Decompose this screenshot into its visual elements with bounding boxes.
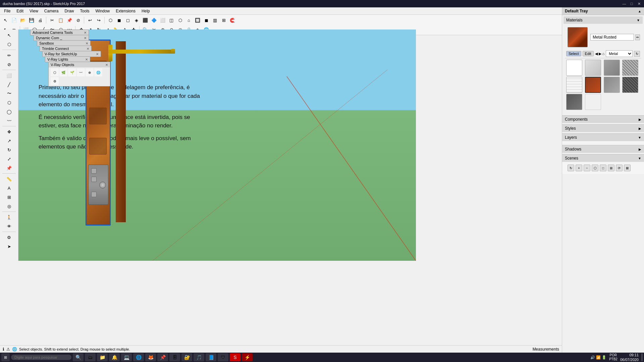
- taskbar-explorer[interactable]: 📁: [97, 353, 108, 361]
- taskbar-app-8[interactable]: 🛡: [218, 353, 228, 361]
- tb-3d4[interactable]: ◈: [132, 16, 141, 24]
- menu-tools[interactable]: Tools: [77, 8, 92, 14]
- taskbar-start[interactable]: ⊞: [1, 353, 10, 361]
- tb-undo[interactable]: ↩: [86, 16, 94, 24]
- taskbar-app-4[interactable]: 🗄: [169, 353, 180, 361]
- panel-vray-objects-close[interactable]: ✕: [105, 63, 108, 67]
- minimize-button[interactable]: —: [622, 1, 627, 6]
- sidebar-push[interactable]: ↗: [5, 136, 13, 145]
- tb-3d11[interactable]: 🔲: [194, 16, 202, 24]
- panel-trimble-close[interactable]: ✕: [87, 47, 89, 51]
- taskbar-app-10[interactable]: ⚡: [242, 353, 253, 361]
- tb-3d2[interactable]: ◼: [115, 16, 123, 24]
- panel-dyncom-close[interactable]: ✕: [84, 36, 87, 40]
- mat-arrow-right[interactable]: ▶: [599, 52, 601, 56]
- scenes-icon5[interactable]: ⊠: [624, 165, 631, 171]
- sidebar-select[interactable]: ↖: [5, 31, 13, 40]
- vray-obj-btn-7[interactable]: ⚙: [51, 77, 59, 85]
- sidebar-walk[interactable]: 🚶: [5, 213, 13, 222]
- tb-3d7[interactable]: ⬜: [159, 16, 167, 24]
- tb-3d6[interactable]: 🔷: [150, 16, 158, 24]
- vray-obj-btn-5[interactable]: ⊕: [86, 68, 94, 76]
- tb-3d14[interactable]: ⊞: [220, 16, 228, 24]
- mat-swatch-1[interactable]: [585, 60, 601, 76]
- taskbar-app-3[interactable]: 📌: [157, 353, 168, 361]
- maximize-button[interactable]: □: [629, 1, 634, 6]
- tb-redo[interactable]: ↪: [95, 16, 103, 24]
- vray-obj-btn-1[interactable]: ⬡: [51, 68, 59, 76]
- taskbar-firefox[interactable]: 🦊: [145, 353, 156, 361]
- panel-vray-objects-title[interactable]: V-Ray Objects ✕: [49, 62, 110, 67]
- mat-swatch-6[interactable]: [604, 77, 620, 93]
- tb-3d13[interactable]: ▥: [211, 16, 219, 24]
- tb-3d9[interactable]: ⬡: [176, 16, 184, 24]
- tb-3d15[interactable]: 🧲: [228, 16, 236, 24]
- mat-arrow-left[interactable]: ◀: [595, 52, 598, 56]
- menu-draw[interactable]: Draw: [62, 8, 77, 14]
- taskbar-app-6[interactable]: 🎵: [194, 353, 204, 361]
- sidebar-freehand[interactable]: 〰: [5, 116, 13, 125]
- scenes-icon2[interactable]: □: [600, 165, 606, 171]
- panel-vray-title[interactable]: V-Ray for SketchUp ✕: [43, 51, 101, 57]
- sidebar-lookaround[interactable]: 👁: [5, 222, 13, 231]
- panel-trimble-title[interactable]: Trimble Connect ✕: [40, 46, 91, 51]
- sidebar-rotate[interactable]: ↻: [5, 145, 13, 154]
- mat-swatch-7[interactable]: [622, 77, 638, 93]
- styles-header[interactable]: Styles ▶: [562, 125, 644, 132]
- menu-extensions[interactable]: Extensions: [113, 8, 138, 14]
- taskbar-app-2[interactable]: 💻: [121, 353, 132, 361]
- taskbar-app-9[interactable]: S: [230, 353, 240, 361]
- scenes-icon3[interactable]: ⊞: [608, 165, 614, 171]
- tb-print[interactable]: 🖨: [36, 16, 44, 24]
- mat-swatch-2[interactable]: [604, 60, 620, 76]
- mat-category-dropdown[interactable]: Metal Wood Concrete: [606, 50, 633, 57]
- tb-3d1[interactable]: ⬡: [106, 16, 114, 24]
- menu-window[interactable]: Window: [93, 8, 113, 14]
- scenes-add[interactable]: +: [576, 165, 582, 171]
- mat-swatch-8[interactable]: [566, 94, 582, 110]
- menu-view[interactable]: View: [27, 8, 41, 14]
- scenes-icon1[interactable]: ⬡: [592, 165, 598, 171]
- tb-copy[interactable]: 📋: [57, 16, 65, 24]
- sidebar-rect[interactable]: ⬜: [5, 71, 13, 80]
- sidebar-erase[interactable]: ⊘: [5, 60, 13, 69]
- tb-cut[interactable]: ✂: [48, 16, 56, 24]
- shadows-header[interactable]: Shadows ▶: [562, 145, 644, 153]
- sidebar-follow[interactable]: 📌: [5, 164, 13, 172]
- panel-act-close[interactable]: ✕: [84, 31, 87, 35]
- tb-3d3[interactable]: ◻: [124, 16, 132, 24]
- taskbar-app-5[interactable]: 🔐: [181, 353, 192, 361]
- tb-select[interactable]: ↖: [1, 16, 9, 24]
- taskbar-search-btn[interactable]: 🔍: [73, 353, 84, 361]
- menu-file[interactable]: File: [1, 8, 13, 14]
- sidebar-move[interactable]: ✥: [5, 127, 13, 136]
- mat-swatch-4[interactable]: [566, 77, 582, 93]
- taskbar-edge[interactable]: 🌐: [133, 353, 144, 361]
- mat-edit-btn2[interactable]: Edit: [583, 51, 594, 56]
- mat-home[interactable]: ⌂: [602, 52, 605, 56]
- vray-obj-btn-3[interactable]: 🌱: [68, 68, 76, 76]
- tb-save[interactable]: 💾: [28, 16, 36, 24]
- panel-act-title[interactable]: Advanced Camera Tools ✕: [31, 30, 89, 35]
- sidebar-text[interactable]: A: [5, 184, 13, 192]
- panel-sandbox-title[interactable]: Sandbox ✕: [37, 41, 90, 46]
- tb-3d5[interactable]: ⬛: [141, 16, 149, 24]
- mat-select-btn[interactable]: Select: [566, 51, 581, 56]
- tb-open[interactable]: 📂: [19, 16, 27, 24]
- sidebar-dim[interactable]: ⊞: [5, 193, 13, 201]
- sidebar-circle[interactable]: ◯: [5, 107, 13, 116]
- materials-header[interactable]: Materials ▼: [564, 16, 643, 24]
- panel-sandbox-close[interactable]: ✕: [86, 42, 88, 45]
- vray-obj-btn-4[interactable]: 〰: [77, 68, 85, 76]
- tb-3d8[interactable]: ◫: [167, 16, 175, 24]
- sidebar-addon2[interactable]: ➤: [5, 242, 13, 251]
- menu-camera[interactable]: Camera: [42, 8, 61, 14]
- sidebar-scale[interactable]: ⤢: [5, 155, 13, 163]
- tb-3d12[interactable]: ◼: [202, 16, 210, 24]
- mat-swatch-3[interactable]: [622, 60, 638, 76]
- panel-vray-close[interactable]: ✕: [96, 52, 99, 56]
- sidebar-poly[interactable]: ⬡: [5, 98, 13, 107]
- menu-edit[interactable]: Edit: [14, 8, 26, 14]
- panel-dyncom-title[interactable]: Dynamic Com _ ✕: [34, 35, 89, 41]
- sidebar-protractor[interactable]: ◎: [5, 202, 13, 210]
